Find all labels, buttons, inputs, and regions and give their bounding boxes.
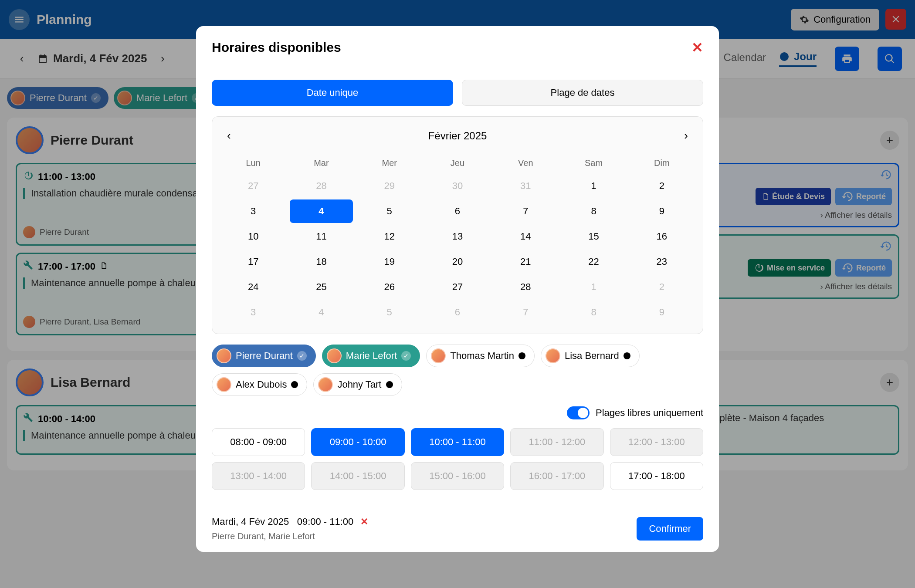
summary-people: Pierre Durant, Marie Lefort	[212, 529, 368, 543]
single-date-tab[interactable]: Date unique	[212, 80, 453, 106]
calendar-day[interactable]: 18	[290, 250, 352, 274]
avatar	[217, 377, 231, 392]
avatar	[431, 348, 446, 363]
calendar-day[interactable]: 26	[358, 275, 421, 299]
person-chip[interactable]: Marie Lefort✓	[322, 345, 420, 367]
calendar-day[interactable]: 13	[426, 225, 489, 248]
calendar-day[interactable]: 6	[426, 199, 489, 223]
calendar-day[interactable]: 30	[426, 174, 489, 198]
person-chip[interactable]: Lisa Bernard	[541, 345, 640, 367]
status-dot	[624, 352, 630, 359]
availability-modal: Horaires disponibles ✕ Date unique Plage…	[196, 26, 719, 552]
date-range-tab[interactable]: Plage de dates	[462, 80, 703, 106]
calendar-day[interactable]: 8	[562, 199, 625, 223]
calendar-day[interactable]: 3	[222, 199, 285, 223]
calendar-day[interactable]: 7	[494, 199, 557, 223]
time-slot: 14:00 - 15:00	[311, 462, 404, 490]
person-name: Alex Dubois	[236, 379, 287, 390]
check-icon: ✓	[297, 351, 307, 361]
dow-label: Sam	[559, 153, 627, 173]
time-slot[interactable]: 10:00 - 11:00	[411, 428, 504, 456]
free-only-toggle[interactable]	[567, 406, 590, 419]
calendar-day[interactable]: 28	[494, 275, 557, 299]
status-dot	[518, 352, 525, 359]
calendar-day[interactable]: 19	[358, 250, 421, 274]
calendar-day[interactable]: 12	[358, 225, 421, 248]
status-dot	[291, 381, 298, 388]
dow-label: Jeu	[424, 153, 491, 173]
calendar-day[interactable]: 25	[290, 275, 352, 299]
time-slots: 08:00 - 09:0009:00 - 10:0010:00 - 11:001…	[212, 428, 703, 490]
calendar-day[interactable]: 23	[630, 250, 693, 274]
person-chip[interactable]: Johny Tart	[313, 373, 402, 396]
calendar-day[interactable]: 4	[290, 199, 352, 223]
month-label: Février 2025	[428, 130, 487, 142]
person-name: Lisa Bernard	[565, 350, 619, 362]
avatar	[546, 348, 560, 363]
calendar-day[interactable]: 16	[630, 225, 693, 248]
calendar-day[interactable]: 15	[562, 225, 625, 248]
calendar-day[interactable]: 17	[222, 250, 285, 274]
calendar-day[interactable]: 5	[358, 301, 421, 324]
avatar	[327, 348, 342, 363]
selection-summary: Mardi, 4 Fév 2025 09:00 - 11:00 ✕ Pierre…	[212, 514, 368, 543]
time-slot[interactable]: 08:00 - 09:00	[212, 428, 305, 456]
person-name: Thomas Martin	[450, 350, 514, 362]
summary-date: Mardi, 4 Fév 2025	[212, 516, 289, 527]
modal-title: Horaires disponibles	[212, 40, 341, 55]
calendar-day[interactable]: 7	[494, 301, 557, 324]
date-mode-segmented: Date unique Plage de dates	[212, 80, 703, 106]
calendar-day[interactable]: 4	[290, 301, 352, 324]
modal-close-button[interactable]: ✕	[691, 39, 703, 56]
calendar-day[interactable]: 21	[494, 250, 557, 274]
calendar-day[interactable]: 8	[562, 301, 625, 324]
person-chip[interactable]: Thomas Martin	[426, 345, 535, 367]
calendar-day[interactable]: 22	[562, 250, 625, 274]
dow-label: Mar	[287, 153, 355, 173]
next-month-button[interactable]: ›	[681, 125, 691, 146]
calendar-day[interactable]: 27	[426, 275, 489, 299]
people-selector: Pierre Durant✓Marie Lefort✓Thomas Martin…	[212, 345, 703, 396]
time-slot: 15:00 - 16:00	[411, 462, 504, 490]
free-only-label: Plages libres uniquement	[596, 407, 703, 419]
confirm-button[interactable]: Confirmer	[637, 517, 703, 541]
modal-overlay[interactable]: Horaires disponibles ✕ Date unique Plage…	[0, 0, 915, 588]
calendar-day[interactable]: 28	[290, 174, 352, 198]
prev-month-button[interactable]: ‹	[224, 125, 234, 146]
clear-selection-button[interactable]: ✕	[360, 516, 368, 527]
calendar-day[interactable]: 5	[358, 199, 421, 223]
calendar-day[interactable]: 6	[426, 301, 489, 324]
calendar-day[interactable]: 14	[494, 225, 557, 248]
calendar-widget: ‹ Février 2025 › LunMarMerJeuVenSamDim27…	[212, 116, 703, 334]
person-chip[interactable]: Pierre Durant✓	[212, 345, 316, 367]
calendar-day[interactable]: 9	[630, 301, 693, 324]
calendar-day[interactable]: 10	[222, 225, 285, 248]
avatar	[318, 377, 333, 392]
calendar-day[interactable]: 2	[630, 174, 693, 198]
calendar-day[interactable]: 27	[222, 174, 285, 198]
time-slot[interactable]: 09:00 - 10:00	[311, 428, 404, 456]
time-slot: 13:00 - 14:00	[212, 462, 305, 490]
time-slot[interactable]: 17:00 - 18:00	[610, 462, 703, 490]
calendar-day[interactable]: 2	[630, 275, 693, 299]
person-name: Pierre Durant	[236, 350, 293, 362]
calendar-day[interactable]: 24	[222, 275, 285, 299]
time-slot: 12:00 - 13:00	[610, 428, 703, 456]
person-chip[interactable]: Alex Dubois	[212, 373, 307, 396]
dow-label: Dim	[628, 153, 696, 173]
avatar	[217, 348, 231, 363]
calendar-day[interactable]: 1	[562, 174, 625, 198]
person-name: Marie Lefort	[346, 350, 397, 362]
person-name: Johny Tart	[337, 379, 381, 390]
status-dot	[386, 381, 393, 388]
dow-label: Mer	[356, 153, 424, 173]
time-slot: 11:00 - 12:00	[510, 428, 603, 456]
calendar-day[interactable]: 3	[222, 301, 285, 324]
calendar-day[interactable]: 1	[562, 275, 625, 299]
summary-time: 09:00 - 11:00	[297, 516, 354, 527]
calendar-day[interactable]: 31	[494, 174, 557, 198]
calendar-day[interactable]: 29	[358, 174, 421, 198]
calendar-day[interactable]: 20	[426, 250, 489, 274]
calendar-day[interactable]: 11	[290, 225, 352, 248]
calendar-day[interactable]: 9	[630, 199, 693, 223]
